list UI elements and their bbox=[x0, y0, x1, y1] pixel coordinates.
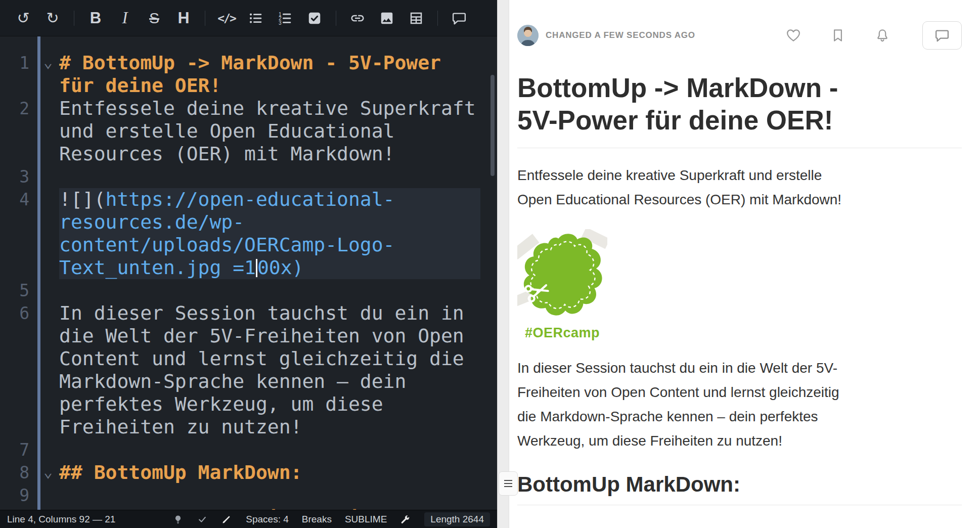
editor-gutter: 8 ⌄ bbox=[0, 461, 59, 484]
heading-button[interactable]: H bbox=[170, 6, 197, 30]
code-button[interactable]: </> bbox=[213, 6, 240, 30]
editor-line-text[interactable] bbox=[59, 484, 480, 507]
keymap-setting[interactable]: SUBLIME bbox=[345, 514, 387, 525]
toolbar-separator bbox=[437, 11, 438, 26]
avatar[interactable] bbox=[517, 25, 539, 46]
preview-subheading: BottomUp MarkDown: bbox=[517, 472, 962, 505]
editor-line-text[interactable]: # BottomUp -> MarkDown - 5V-Power für de… bbox=[59, 52, 480, 97]
cursor-position-status: Line 4, Columns 92 — 21 bbox=[7, 514, 115, 525]
editor-line-text[interactable]: In dieser Session tauchst du ein in die … bbox=[59, 302, 480, 438]
paragraph-line: Entfessele deine kreative Superkraft und… bbox=[517, 163, 962, 188]
table-icon bbox=[409, 11, 424, 26]
task-list-icon bbox=[307, 11, 322, 26]
svg-text:3: 3 bbox=[279, 20, 282, 26]
editor-toolbar: ↺ ↻ B I S H </> 123 bbox=[0, 0, 497, 36]
md-heading-token: # BottomUp -> MarkDown - 5V-Power für de… bbox=[59, 52, 453, 97]
editor-line[interactable]: 5 bbox=[0, 279, 497, 302]
line-number: 3 bbox=[0, 165, 29, 188]
bell-icon[interactable] bbox=[875, 28, 890, 43]
paragraph-line: Freiheiten von Open Content und lernst g… bbox=[517, 380, 962, 405]
editor-gutter: 9 bbox=[0, 484, 59, 507]
md-heading-token: ## BottomUp MarkDown: bbox=[59, 461, 302, 483]
md-url-token: 00x) bbox=[257, 256, 304, 279]
lightbulb-icon[interactable] bbox=[173, 514, 184, 525]
editor-lines: 1 ⌄ # BottomUp -> MarkDown - 5V-Power fü… bbox=[0, 52, 497, 528]
editor-gutter: 2 bbox=[0, 97, 59, 165]
editor-line[interactable]: 9 bbox=[0, 484, 497, 507]
link-icon bbox=[350, 11, 365, 26]
editor-line-text[interactable] bbox=[59, 438, 480, 461]
editor-status-bar: Line 4, Columns 92 — 21 Spaces: 4 Breaks… bbox=[0, 510, 497, 528]
fold-chevron-icon[interactable]: ⌄ bbox=[43, 51, 53, 73]
pane-resize-handle[interactable] bbox=[499, 471, 518, 496]
bullet-list-icon bbox=[248, 11, 263, 26]
editor-scrollbar-thumb[interactable] bbox=[491, 75, 495, 176]
check-icon[interactable] bbox=[197, 514, 208, 525]
paragraph-line: In dieser Session tauchst du ein in die … bbox=[517, 356, 962, 380]
editor-line-text[interactable] bbox=[59, 279, 480, 302]
wrench-icon[interactable] bbox=[400, 514, 411, 525]
editor-line[interactable]: 3 bbox=[0, 165, 497, 188]
breaks-setting[interactable]: Breaks bbox=[302, 514, 332, 525]
paragraph-line: Open Educational Resources (OER) mit Mar… bbox=[517, 188, 962, 212]
editor-gutter: 5 bbox=[0, 279, 59, 302]
spaces-setting[interactable]: Spaces: 4 bbox=[246, 514, 289, 525]
preview-info-bar: CHANGED A FEW SECONDS AGO bbox=[517, 22, 962, 49]
line-number: 5 bbox=[0, 279, 29, 302]
pane-divider[interactable] bbox=[497, 0, 509, 528]
comment-icon bbox=[452, 11, 467, 26]
fold-chevron-icon[interactable]: ⌄ bbox=[43, 460, 53, 483]
redo-button[interactable]: ↻ bbox=[39, 6, 66, 30]
line-number: 6 bbox=[0, 302, 29, 325]
toolbar-separator bbox=[336, 11, 336, 26]
editor-gutter: 1 ⌄ bbox=[0, 52, 59, 97]
editor-line-text[interactable] bbox=[59, 165, 480, 188]
editor-line-active[interactable]: 4 ![](https://open-educational-resources… bbox=[0, 188, 497, 279]
line-number: 7 bbox=[0, 438, 29, 461]
editor-line-text[interactable]: ## BottomUp MarkDown: bbox=[59, 461, 480, 484]
editor-line-text[interactable]: Entfessele deine kreative Superkraft und… bbox=[59, 97, 480, 165]
undo-button[interactable]: ↺ bbox=[10, 6, 36, 30]
bookmark-icon[interactable] bbox=[830, 28, 845, 43]
app-window: ↺ ↻ B I S H </> 123 bbox=[0, 0, 980, 528]
preview-pane: CHANGED A FEW SECONDS AGO BottomUp -> Ma… bbox=[509, 0, 980, 528]
md-text-token: Entfessele deine kreative Superkraft und… bbox=[59, 97, 487, 165]
oercamp-logo-image: #OERcamp bbox=[517, 229, 618, 341]
link-button[interactable] bbox=[344, 6, 371, 30]
ordered-list-button[interactable]: 123 bbox=[272, 6, 298, 30]
image-button[interactable] bbox=[374, 6, 400, 30]
paragraph-line: die Markdown-Sprache kennen – dein perfe… bbox=[517, 405, 962, 429]
italic-button[interactable]: I bbox=[112, 6, 138, 30]
preview-title-line: BottomUp -> MarkDown - bbox=[517, 72, 962, 104]
strikethrough-button[interactable]: S bbox=[141, 6, 167, 30]
bold-button[interactable]: B bbox=[82, 6, 109, 30]
preview-paragraph-2: In dieser Session tauchst du ein in die … bbox=[517, 356, 962, 453]
editor-line[interactable]: 1 ⌄ # BottomUp -> MarkDown - 5V-Power fü… bbox=[0, 52, 497, 97]
speech-bubble-icon bbox=[934, 28, 950, 43]
editor-line-text[interactable]: ![](https://open-educational-resources.d… bbox=[59, 188, 480, 279]
toolbar-separator bbox=[205, 11, 205, 26]
comments-panel-button[interactable] bbox=[922, 21, 962, 50]
last-changed-status: CHANGED A FEW SECONDS AGO bbox=[546, 30, 695, 40]
editor-gutter: 4 bbox=[0, 188, 59, 279]
line-number: 8 bbox=[0, 461, 29, 484]
comment-button-toolbar[interactable] bbox=[446, 6, 472, 30]
editor-line[interactable]: 8 ⌄ ## BottomUp MarkDown: bbox=[0, 461, 497, 484]
preview-title-line: 5V-Power für deine OER! bbox=[517, 104, 962, 137]
line-number: 4 bbox=[0, 188, 29, 211]
editor-gutter: 3 bbox=[0, 165, 59, 188]
editor-line[interactable]: 2 Entfessele deine kreative Superkraft u… bbox=[0, 97, 497, 165]
heart-icon[interactable] bbox=[786, 28, 801, 43]
image-icon bbox=[379, 11, 394, 26]
preview-title: BottomUp -> MarkDown - 5V-Power für dein… bbox=[517, 72, 962, 148]
editor-body[interactable]: 1 ⌄ # BottomUp -> MarkDown - 5V-Power fü… bbox=[0, 36, 497, 528]
toolbar-separator bbox=[74, 11, 74, 26]
editor-line[interactable]: 6 In dieser Session tauchst du ein in di… bbox=[0, 302, 497, 438]
editor-line[interactable]: 7 bbox=[0, 438, 497, 461]
brush-icon[interactable] bbox=[221, 514, 233, 525]
task-list-button[interactable] bbox=[301, 6, 328, 30]
table-button[interactable] bbox=[403, 6, 429, 30]
line-number: 2 bbox=[0, 97, 29, 120]
bullet-list-button[interactable] bbox=[243, 6, 269, 30]
editor-gutter: 6 bbox=[0, 302, 59, 438]
